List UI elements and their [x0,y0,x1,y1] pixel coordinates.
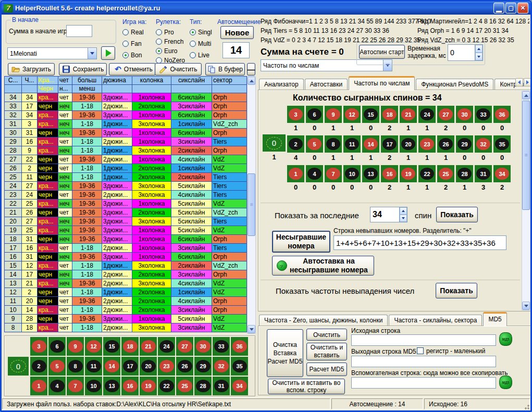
number-cell-25[interactable]: 25 [176,377,193,395]
tab-scroll-right-icon[interactable] [524,78,531,86]
md5-clear-button[interactable]: Очистить [306,329,347,341]
radio-icon[interactable] [156,39,162,45]
number-cell-2[interactable]: 2 [30,357,47,376]
number-cell-33[interactable]: 33 [213,337,230,356]
radio-French[interactable]: French [156,38,183,45]
number-cell-36[interactable]: 36 [493,106,511,123]
table-row[interactable]: 1716кра...чет1-182дюжи...1колонка3сиклай… [5,244,247,253]
table-row[interactable]: 2722чернчет19-362дюжи...1колонка4сиклайн… [5,155,247,164]
number-cell-34[interactable]: 34 [231,377,248,395]
number-cell-27[interactable]: 27 [176,337,193,356]
number-cell-19[interactable]: 19 [400,165,417,182]
save-button[interactable]: Сохранить [59,63,107,76]
scroll-down-button[interactable] [248,325,255,333]
scroll-thumb[interactable] [522,101,530,210]
close-button[interactable]: ✕ [517,3,528,14]
run-preset-button[interactable] [101,46,115,60]
number-cell-2[interactable]: 2 [287,135,304,153]
number-cell-32[interactable]: 32 [213,357,230,376]
table-row[interactable]: 1120чернчет19-362дюжи...2колонка4сиклайн… [5,297,247,306]
radio-icon[interactable] [190,52,196,58]
scroll-up-button[interactable] [248,77,255,85]
number-cell-9[interactable]: 9 [67,337,84,356]
number-cell-24[interactable]: 24 [158,337,175,356]
scroll-up-button[interactable] [522,91,530,99]
undo-button[interactable]: ↶ Отменить [109,63,156,76]
number-cell-16[interactable]: 16 [381,165,398,182]
to-clipboard-button[interactable]: В буфер [205,63,245,76]
scroll-track[interactable] [522,99,530,302]
radio-Bon[interactable]: Bon [122,52,142,59]
number-cell-34[interactable]: 34 [493,165,511,182]
tab-MD5[interactable]: MD5 [483,312,506,326]
number-cell-3[interactable]: 3 [287,106,304,123]
md5-register-checkbox[interactable]: регистр - маленький [417,347,485,355]
spin-up-icon[interactable] [400,207,407,215]
number-cell-18[interactable]: 18 [381,106,398,123]
minimize-button[interactable]: ▬ [493,3,504,14]
number-cell-26[interactable]: 26 [176,357,193,376]
radio-icon[interactable] [122,41,129,47]
table-row[interactable]: 2225кра...неч19-363дюжи...1колонка5сикла… [5,199,247,208]
autoshift-new-button[interactable]: Новое [220,26,254,39]
table-row[interactable]: 2027кра...неч19-363дюжи...3колонка5сикла… [5,217,247,226]
number-cell-15[interactable]: 15 [103,337,120,356]
preset-combo[interactable]: 1Melonati [7,47,97,59]
md5-helper-run-icon[interactable]: МД5 [499,376,512,389]
unplayed-numbers-button[interactable]: Несыгравшие номера [272,231,330,253]
table-row[interactable]: 818кра...чет1-182дюжи...3колонка3сиклайн… [5,323,247,332]
tab-Частота - Zero, шансы, дюжины, колонки[interactable]: Частота - Zero, шансы, дюжины, колонки [259,315,388,326]
radio-Pro[interactable]: Pro [156,29,174,36]
load-button[interactable]: Загрузить [8,63,55,76]
number-cell-21[interactable]: 21 [400,106,417,123]
table-row[interactable]: 928чернчет19-363дюжи...1колонка5сиклайнV… [5,315,247,323]
tab-Частоты по числам[interactable]: Частоты по числам [349,76,415,90]
radio-icon[interactable] [122,52,129,58]
start-sum-input[interactable] [66,25,92,37]
number-cell-30[interactable]: 30 [194,337,212,356]
number-cell-6[interactable]: 6 [48,337,66,356]
number-cell-0[interactable]: 0 [263,134,286,152]
resize-grip[interactable] [523,403,529,409]
tab-Анализатор[interactable]: Анализатор [259,79,304,90]
table-row[interactable]: 1512кра...чет1-181дюжи...3колонка2сиклай… [5,261,247,270]
number-cell-10[interactable]: 10 [85,377,102,395]
number-cell-35[interactable]: 35 [231,357,248,376]
table-row[interactable]: 1831черннеч19-363дюжи...1колонка6сиклайн… [5,235,247,244]
number-cell-27[interactable]: 27 [437,106,454,123]
number-cell-0[interactable]: 0 [8,357,29,376]
spin-up-icon[interactable] [475,45,482,53]
table-row[interactable]: 3234кра...чет19-363дюжи...1колонка6сикла… [5,111,247,120]
show-last-button[interactable]: Показать [436,207,478,222]
number-cell-22[interactable]: 22 [418,165,436,182]
number-cell-13[interactable]: 13 [103,377,120,395]
number-cell-20[interactable]: 20 [140,357,157,376]
tab-Частота - сиклайны, сектора[interactable]: Частота - сиклайны, сектора [389,315,482,326]
radio-Singl[interactable]: Singl [190,29,212,36]
table-row[interactable]: 3434кра...чет19-363дюжи...1колонка6сикла… [5,93,247,102]
table-row[interactable]: 3031черннеч19-363дюжи...1колонка6сиклайн… [5,129,247,138]
number-cell-32[interactable]: 32 [475,135,492,153]
number-cell-5[interactable]: 5 [306,135,323,153]
md5-clear-paste-helper-button[interactable]: Очистить и вставить во вспом. строку [268,379,345,394]
radio-icon[interactable] [190,29,196,35]
number-cell-1[interactable]: 1 [287,165,304,182]
md5-source-input[interactable] [351,334,496,346]
number-cell-36[interactable]: 36 [231,337,248,356]
number-cell-20[interactable]: 20 [400,135,417,153]
number-cell-13[interactable]: 13 [362,165,379,182]
table-row[interactable]: 313кра...неч1-181дюжи...3колонка1сиклайн… [5,120,247,129]
tab-Функционал PsevdoMS[interactable]: Функционал PsevdoMS [416,79,493,90]
number-cell-7[interactable]: 7 [67,377,84,395]
scroll-track[interactable] [248,85,255,325]
number-cell-33[interactable]: 33 [475,106,492,123]
number-cell-35[interactable]: 35 [493,135,511,153]
table-row[interactable]: 262чернчет1-181дюжи...2колонка1сиклайнVd… [5,164,247,173]
number-cell-31[interactable]: 31 [213,377,230,395]
radio-Fan[interactable]: Fan [122,40,142,47]
number-cell-1[interactable]: 1 [30,377,47,395]
table-row[interactable]: 289кра...неч1-181дюжи...3колонка2сиклайн… [5,146,247,155]
table-row[interactable]: 2916кра...чет1-182дюжи...1колонка3сиклай… [5,138,247,146]
tab-scroll-left-icon[interactable] [515,78,523,86]
radio-icon[interactable] [122,29,129,35]
